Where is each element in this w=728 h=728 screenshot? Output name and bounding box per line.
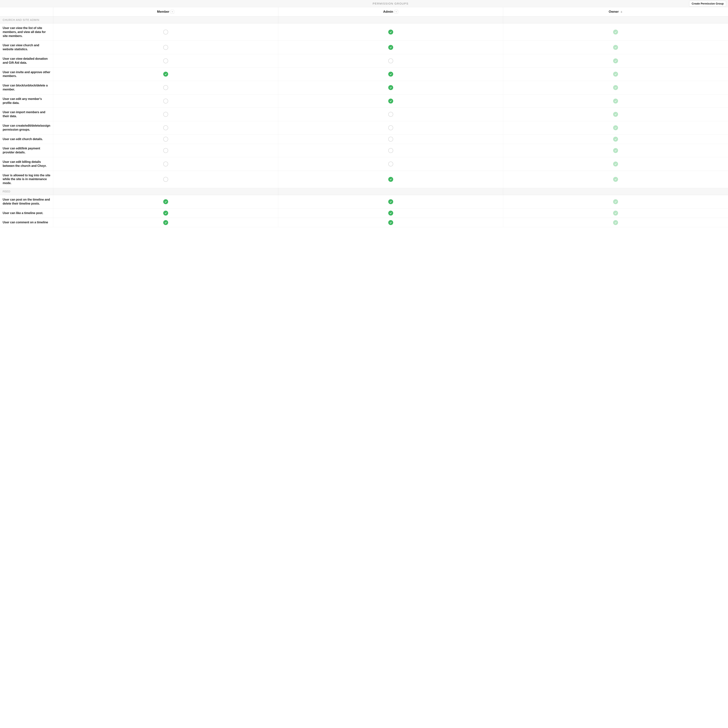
permission-cell (278, 158, 503, 171)
group-columns-spacer (0, 7, 53, 16)
header-label-spacer (0, 0, 53, 7)
permission-label: User can block/unblock/delete a member. (0, 81, 53, 94)
permission-label: User is allowed to log into the site whi… (0, 171, 53, 188)
permission-toggle-unchecked[interactable] (388, 125, 393, 130)
permission-row: User can view the list of site members, … (0, 23, 728, 41)
permission-toggle-checked[interactable] (388, 177, 393, 182)
group-column-header: Member (53, 7, 278, 16)
groups-header: PERMISSION GROUPS Create Permission Grou… (53, 0, 728, 7)
permission-toggle-checked[interactable] (163, 199, 168, 204)
permission-label: User can edit/link payment provider deta… (0, 144, 53, 157)
permission-label: User can import members and their data. (0, 108, 53, 121)
permission-locked-checked (613, 162, 618, 167)
permission-toggle-unchecked[interactable] (163, 58, 168, 63)
permission-row: User can block/unblock/delete a member. (0, 81, 728, 95)
group-name: Owner (609, 10, 619, 14)
permission-locked-checked (613, 112, 618, 117)
permission-toggle-unchecked[interactable] (163, 85, 168, 90)
permissions-table: PERMISSION GROUPS Create Permission Grou… (0, 0, 728, 227)
permission-cell (53, 218, 278, 227)
section-group-spacer (278, 188, 503, 195)
group-name: Member (157, 10, 169, 14)
permission-label: User can invite and approve other member… (0, 68, 53, 81)
section-group-spacer (53, 188, 278, 195)
permission-toggle-unchecked[interactable] (163, 29, 168, 35)
permission-locked-checked (613, 45, 618, 50)
permission-toggle-checked[interactable] (388, 72, 393, 76)
permission-cell (53, 135, 278, 144)
permission-label: User can edit any member's profile data. (0, 95, 53, 108)
permission-toggle-checked[interactable] (163, 220, 168, 225)
permission-toggle-unchecked[interactable] (388, 58, 393, 63)
permission-cell (53, 54, 278, 67)
permission-row: User can edit church details. (0, 135, 728, 144)
permission-label: User can edit billing details between th… (0, 158, 53, 171)
permission-cell (278, 23, 503, 41)
permission-locked-checked (613, 177, 618, 182)
permission-toggle-checked[interactable] (388, 199, 393, 204)
permission-cell (503, 121, 728, 135)
permission-row: User can create/edit/delete/assign permi… (0, 121, 728, 135)
permission-locked-checked (613, 137, 618, 142)
permission-cell (278, 218, 503, 227)
permission-cell (503, 171, 728, 188)
group-column-header: Owner (503, 7, 728, 16)
chevron-down-icon[interactable] (394, 10, 398, 14)
permission-cell (53, 68, 278, 81)
permission-cell (53, 81, 278, 94)
permission-cell (53, 158, 278, 171)
permission-label: User can view detailed donation and Gift… (0, 54, 53, 67)
permission-row: User can comment on a timeline (0, 218, 728, 227)
permission-toggle-checked[interactable] (388, 211, 393, 216)
permission-toggle-checked[interactable] (388, 220, 393, 225)
permission-toggle-unchecked[interactable] (163, 137, 168, 142)
table-header-row: PERMISSION GROUPS Create Permission Grou… (0, 0, 728, 7)
permission-toggle-unchecked[interactable] (163, 162, 168, 167)
permission-toggle-unchecked[interactable] (388, 137, 393, 142)
permission-toggle-unchecked[interactable] (163, 99, 168, 104)
permission-cell (503, 135, 728, 144)
permission-toggle-unchecked[interactable] (163, 148, 168, 153)
permission-cell (503, 218, 728, 227)
permission-toggle-unchecked[interactable] (163, 125, 168, 130)
permission-label: User can view church and website statist… (0, 41, 53, 54)
permission-toggle-checked[interactable] (163, 211, 168, 216)
permission-cell (53, 108, 278, 121)
section-group-spacer (278, 17, 503, 23)
permission-toggle-checked[interactable] (388, 29, 393, 35)
permission-cell (503, 144, 728, 157)
lock-icon (620, 11, 622, 13)
permission-cell (278, 171, 503, 188)
permission-locked-checked (613, 29, 618, 35)
permission-toggle-unchecked[interactable] (388, 162, 393, 167)
permission-cell (503, 95, 728, 108)
permission-cell (278, 81, 503, 94)
chevron-down-icon[interactable] (170, 10, 174, 14)
section-header-row: CHURCH AND SITE ADMIN (0, 17, 728, 23)
group-column-header: Admin (278, 7, 503, 16)
permission-toggle-unchecked[interactable] (163, 177, 168, 182)
permission-row: User can edit any member's profile data. (0, 95, 728, 108)
permission-toggle-checked[interactable] (388, 45, 393, 50)
permission-row: User can like a timeline post. (0, 208, 728, 218)
permission-toggle-unchecked[interactable] (388, 148, 393, 153)
groups-header-title: PERMISSION GROUPS (373, 2, 408, 5)
permission-label: User can post on the timeline and delete… (0, 195, 53, 208)
permission-toggle-checked[interactable] (388, 85, 393, 90)
permission-cell (278, 108, 503, 121)
permission-toggle-unchecked[interactable] (163, 112, 168, 117)
permission-cell (53, 144, 278, 157)
group-name: Admin (383, 10, 393, 14)
permission-toggle-checked[interactable] (163, 72, 168, 76)
permission-cell (278, 41, 503, 54)
permission-locked-checked (613, 125, 618, 130)
permission-toggle-unchecked[interactable] (388, 112, 393, 117)
create-permission-group-button[interactable]: Create Permission Group (689, 1, 726, 6)
permission-row: User is allowed to log into the site whi… (0, 171, 728, 188)
permission-cell (53, 208, 278, 218)
permission-label: User can edit church details. (0, 135, 53, 144)
group-columns: MemberAdminOwner (53, 7, 728, 16)
permission-toggle-checked[interactable] (388, 99, 393, 104)
permission-locked-checked (613, 220, 618, 225)
permission-toggle-unchecked[interactable] (163, 45, 168, 50)
